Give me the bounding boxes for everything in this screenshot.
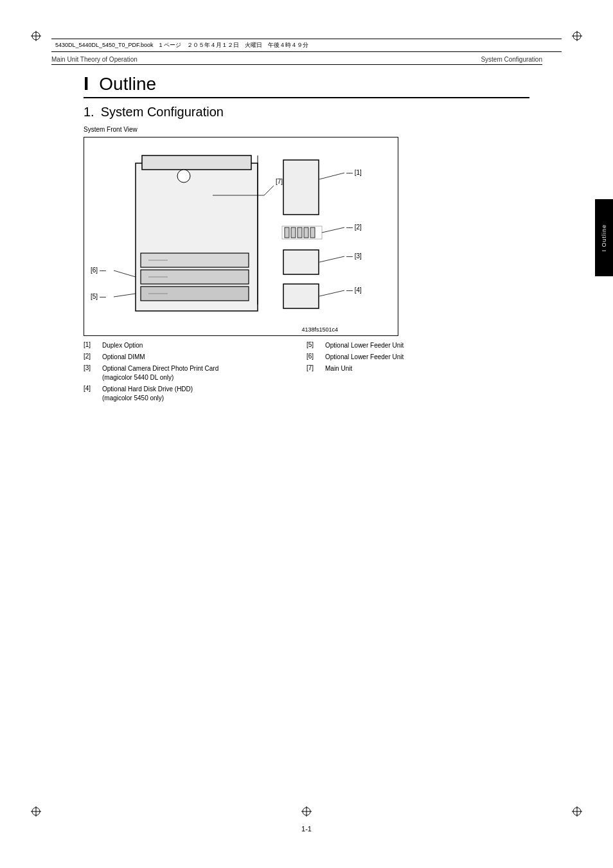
reg-mark-bl xyxy=(31,806,41,817)
chapter-num: I xyxy=(84,73,89,94)
top-header-bar: 5430DL_5440DL_5450_T0_PDF.book 1 ページ ２０５… xyxy=(51,39,562,52)
nav-left: Main Unit Theory of Operation xyxy=(51,56,138,63)
part-7: [7] Main Unit xyxy=(306,364,529,373)
svg-line-41 xyxy=(319,256,344,262)
svg-rect-16 xyxy=(142,155,251,170)
svg-line-37 xyxy=(319,173,344,179)
svg-rect-33 xyxy=(283,284,319,308)
section-title: System Configuration xyxy=(101,105,224,120)
parts-right-col: [5] Optional Lower Feeder Unit [6] Optio… xyxy=(306,341,529,403)
svg-rect-32 xyxy=(283,250,319,274)
svg-rect-27 xyxy=(285,227,289,238)
svg-rect-31 xyxy=(310,227,315,238)
svg-text:[6] —: [6] — xyxy=(91,267,106,274)
svg-text:— [4]: — [4] xyxy=(346,287,362,294)
svg-text:— [3]: — [3] xyxy=(346,252,362,260)
svg-point-17 xyxy=(177,170,190,182)
reg-mark-tr xyxy=(572,31,582,41)
parts-list: [1] Duplex Option [2] Optional DIMM [3] … xyxy=(84,341,529,403)
reg-mark-br xyxy=(572,806,582,817)
diagram-box: [7] — [1] — [2] — [3] — [4] [6] — [5] xyxy=(84,137,398,336)
svg-line-45 xyxy=(114,270,136,277)
svg-line-39 xyxy=(322,227,344,233)
top-header-area: 5430DL_5440DL_5450_T0_PDF.book 1 ページ ２０５… xyxy=(51,39,562,52)
svg-text:— [1]: — [1] xyxy=(346,169,362,176)
svg-rect-29 xyxy=(298,227,302,238)
part-5: [5] Optional Lower Feeder Unit xyxy=(306,341,529,350)
top-header-text: 5430DL_5440DL_5450_T0_PDF.book 1 ページ ２０５… xyxy=(55,41,308,49)
svg-rect-28 xyxy=(291,227,296,238)
page-number: 1-1 xyxy=(301,825,312,833)
svg-line-35 xyxy=(264,186,274,195)
reg-mark-bc xyxy=(301,806,312,817)
section-heading: 1. System Configuration xyxy=(84,105,529,120)
content-area: I Outline 1. System Configuration System… xyxy=(84,73,529,403)
svg-text:[5] —: [5] — xyxy=(91,293,106,300)
diagram-svg: [7] — [1] — [2] — [3] — [4] [6] — [5] xyxy=(84,137,399,337)
sidebar-tab-text: I Outline xyxy=(601,224,607,252)
reg-mark-tl xyxy=(31,31,41,41)
part-3: [3] Optional Camera Direct Photo Print C… xyxy=(84,364,306,382)
part-6: [6] Optional Lower Feeder Unit xyxy=(306,353,529,362)
svg-rect-30 xyxy=(304,227,308,238)
nav-right: System Configuration xyxy=(481,56,542,63)
nav-header: Main Unit Theory of Operation System Con… xyxy=(51,56,542,63)
parts-left-col: [1] Duplex Option [2] Optional DIMM [3] … xyxy=(84,341,306,403)
page-wrapper: 5430DL_5440DL_5450_T0_PDF.book 1 ページ ２０５… xyxy=(0,0,613,868)
part-4: [4] Optional Hard Disk Drive (HDD)(magic… xyxy=(84,385,306,403)
svg-line-43 xyxy=(319,290,344,296)
nav-rule xyxy=(51,64,542,65)
svg-text:[7]: [7] xyxy=(276,178,283,185)
chapter-heading: I Outline xyxy=(84,73,529,98)
section-num: 1. xyxy=(84,105,94,120)
svg-text:4138fs1501c4: 4138fs1501c4 xyxy=(301,326,338,333)
part-1: [1] Duplex Option xyxy=(84,341,306,350)
chapter-title: Outline xyxy=(99,74,156,94)
part-2: [2] Optional DIMM xyxy=(84,353,306,362)
sidebar-tab: I Outline xyxy=(595,199,613,276)
svg-line-47 xyxy=(114,294,136,297)
svg-rect-25 xyxy=(283,160,319,215)
svg-text:— [2]: — [2] xyxy=(346,224,362,231)
diagram-label: System Front View xyxy=(84,126,529,133)
